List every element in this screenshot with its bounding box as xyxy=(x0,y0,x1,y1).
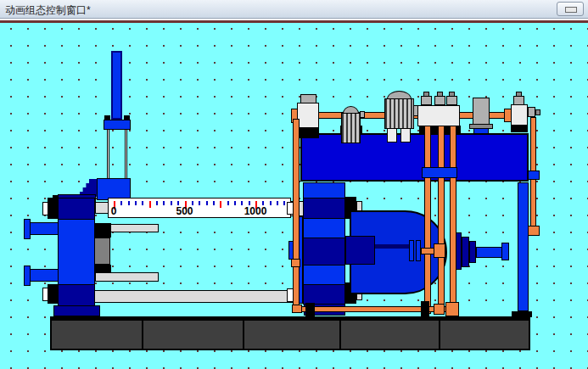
stack-plate-2 xyxy=(303,198,345,219)
ruler-tick xyxy=(128,201,130,205)
right-valve-base xyxy=(511,125,528,132)
ruler-tick xyxy=(220,201,221,208)
ruler-tick xyxy=(241,201,243,205)
piston-rod xyxy=(375,244,411,249)
center-valve-pedestal xyxy=(473,128,489,134)
manifold-cap-3 xyxy=(446,96,457,105)
title-bar: 动画组态控制窗口* xyxy=(0,0,588,19)
window-title: 动画组态控制窗口* xyxy=(5,3,91,18)
base-divider-1 xyxy=(142,319,143,349)
ruler-label-1000: 1000 xyxy=(244,206,267,216)
bottom-valve-left xyxy=(305,303,315,316)
left-pump-cap xyxy=(300,94,316,103)
pipe-clamp-band xyxy=(422,167,457,178)
middle-tie-bar xyxy=(95,272,159,282)
ruler-label-0: 0 xyxy=(111,206,117,216)
bottom-fitting-small xyxy=(434,304,445,315)
die-holder-top xyxy=(94,223,111,238)
bottom-fitting-large xyxy=(445,302,459,316)
stack-plate-6 xyxy=(303,284,345,305)
motor-1[interactable] xyxy=(341,113,361,143)
ruler-label-500: 500 xyxy=(176,206,193,216)
ruler-tick xyxy=(163,201,165,205)
stack-plate-5 xyxy=(303,265,345,285)
lower-peg xyxy=(30,269,59,282)
right-valve[interactable] xyxy=(511,104,528,126)
drain-pipe-fitting xyxy=(528,226,540,236)
base-divider-3 xyxy=(339,319,341,349)
manifold-pipe-2 xyxy=(438,126,445,308)
right-valve-cap xyxy=(513,96,524,105)
ruler-left-support xyxy=(95,202,109,214)
right-valve-side-port xyxy=(528,107,535,117)
cylinder-collar xyxy=(345,236,375,265)
column-top-plate[interactable] xyxy=(58,198,95,220)
die-holder-bottom xyxy=(94,265,111,273)
ruler-tick xyxy=(142,201,143,205)
ruler-tick xyxy=(156,201,158,205)
ruler-tick xyxy=(149,201,151,208)
shaft-end-flange xyxy=(501,243,509,260)
ruler-tick xyxy=(199,201,200,205)
guide-rod-right xyxy=(125,129,127,179)
base-top-strip xyxy=(51,316,529,321)
column-bottom-plate xyxy=(58,284,95,306)
motor2-foot-right xyxy=(400,127,411,143)
guide-rod-left xyxy=(107,129,109,179)
press-piston-rod[interactable] xyxy=(111,51,122,120)
motor1-junction-box xyxy=(360,111,365,118)
base-divider-2 xyxy=(243,319,244,349)
manifold-pipe-3 xyxy=(450,126,456,305)
center-valve[interactable] xyxy=(473,98,490,125)
output-shaft xyxy=(476,247,502,258)
position-ruler[interactable]: 05001000 xyxy=(108,198,291,218)
shaft-disc-2 xyxy=(462,237,469,267)
shaft-disc-3 xyxy=(469,241,476,263)
restore-button[interactable] xyxy=(557,2,584,16)
ruler-tick xyxy=(283,201,285,205)
ruler-ticks: 05001000 xyxy=(109,198,290,217)
ruler-tick xyxy=(206,201,208,205)
stack-plate-3 xyxy=(303,218,345,238)
stack-plate-1 xyxy=(303,182,345,198)
valve-manifold[interactable] xyxy=(417,105,460,126)
upper-tie-bar xyxy=(110,224,159,232)
column-body[interactable] xyxy=(58,219,95,285)
right-valve-side-knob xyxy=(535,109,540,115)
die-block[interactable] xyxy=(94,238,110,265)
motor-2[interactable] xyxy=(384,98,414,129)
left-pump-base xyxy=(299,126,319,138)
ruler-tick xyxy=(234,201,236,205)
motor2-foot-left xyxy=(387,127,397,143)
ruler-tick xyxy=(277,201,278,205)
lower-tie-bar xyxy=(93,290,294,303)
column-top-black-block xyxy=(48,198,58,219)
rod-connector-block xyxy=(434,243,445,258)
manifold-cap-1 xyxy=(421,96,432,105)
column-pedestal xyxy=(53,305,100,316)
stack-plate-4 xyxy=(303,238,345,266)
ruler-tick xyxy=(227,201,229,205)
ruler-tick xyxy=(171,201,172,205)
return-pipe-fitting xyxy=(291,259,300,267)
rod-plate-1 xyxy=(409,240,414,261)
ruler-tick xyxy=(120,201,122,205)
base-divider-4 xyxy=(439,319,440,349)
left-pump-body[interactable] xyxy=(297,103,319,128)
machine-base[interactable] xyxy=(50,316,530,350)
bottom-valve-right xyxy=(421,301,429,316)
oil-tank[interactable] xyxy=(300,133,529,182)
drain-pipe-bracket xyxy=(528,171,540,180)
manifold-pipe-1 xyxy=(424,126,431,314)
column-bottom-black-block xyxy=(48,284,58,304)
ruler-tick xyxy=(135,201,137,205)
bottom-pipe-elbow xyxy=(292,305,302,313)
restore-icon xyxy=(565,7,577,13)
left-return-pipe xyxy=(293,119,300,310)
upper-peg xyxy=(30,222,59,235)
manifold-cap-2 xyxy=(434,96,445,105)
ruler-tick xyxy=(213,201,215,205)
ruler-tick xyxy=(270,201,272,205)
tank-support-column xyxy=(518,182,529,311)
